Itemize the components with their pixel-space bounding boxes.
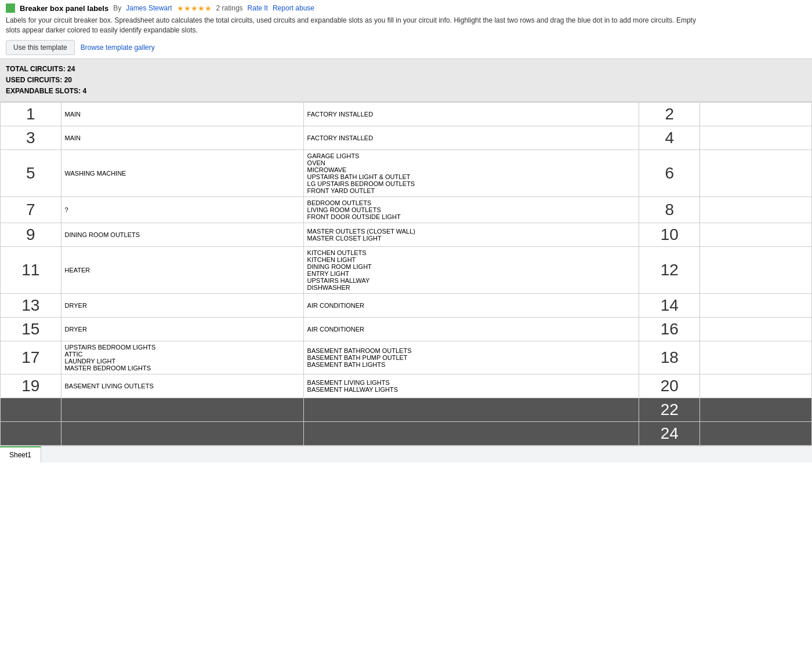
extra-column <box>700 103 812 126</box>
stats-row: TOTAL CIRCUITS: 24 USED CIRCUITS: 20 EXP… <box>0 59 812 103</box>
circuit-description <box>303 422 639 446</box>
extra-column <box>700 247 812 294</box>
extra-column <box>700 398 812 422</box>
star-rating: ★★★★★ <box>177 4 212 13</box>
circuit-label: MAIN <box>61 126 303 150</box>
circuit-description: BASEMENT LIVING LIGHTSBASEMENT HALLWAY L… <box>303 374 639 398</box>
expandable-slots: EXPANDABLE SLOTS: 4 <box>6 86 806 97</box>
table-row: 19BASEMENT LIVING OUTLETSBASEMENT LIVING… <box>1 374 812 398</box>
circuit-description: BASEMENT BATHROOM OUTLETSBASEMENT BATH P… <box>303 341 639 374</box>
circuit-number-left: 11 <box>1 247 61 294</box>
template-title: Breaker box panel labels <box>20 4 108 13</box>
circuit-label: WASHING MACHINE <box>61 150 303 197</box>
extra-column <box>700 374 812 398</box>
extra-column <box>700 126 812 150</box>
circuit-description: AIR CONDITIONER <box>303 318 639 341</box>
table-row: 5WASHING MACHINEGARAGE LIGHTSOVENMICROWA… <box>1 150 812 197</box>
circuit-description: FACTORY INSTALLED <box>303 126 639 150</box>
circuit-number-left: 15 <box>1 318 61 341</box>
circuit-description <box>303 398 639 422</box>
circuit-number-right: 18 <box>639 341 700 374</box>
by-label: By <box>113 4 121 12</box>
table-row: 1MAINFACTORY INSTALLED2 <box>1 103 812 126</box>
circuit-label <box>61 422 303 446</box>
circuit-number-right: 2 <box>639 103 700 126</box>
circuit-number-right: 14 <box>639 294 700 318</box>
circuit-number-left: 17 <box>1 341 61 374</box>
use-template-button[interactable]: Use this template <box>6 40 75 55</box>
circuit-number-right: 8 <box>639 197 700 223</box>
extra-column <box>700 197 812 223</box>
extra-column <box>700 294 812 318</box>
circuit-description: MASTER OUTLETS (CLOSET WALL)MASTER CLOSE… <box>303 223 639 247</box>
actions: Use this template Browse template galler… <box>6 40 806 55</box>
used-circuits: USED CIRCUITS: 20 <box>6 75 806 86</box>
circuit-number-right: 20 <box>639 374 700 398</box>
spreadsheet-container: TOTAL CIRCUITS: 24 USED CIRCUITS: 20 EXP… <box>0 59 812 446</box>
circuit-label <box>61 398 303 422</box>
circuit-label: DINING ROOM OUTLETS <box>61 223 303 247</box>
table-row: 3MAINFACTORY INSTALLED4 <box>1 126 812 150</box>
extra-column <box>700 150 812 197</box>
circuit-description: GARAGE LIGHTSOVENMICROWAVEUPSTAIRS BATH … <box>303 150 639 197</box>
circuit-number-left: 5 <box>1 150 61 197</box>
circuit-number-right: 6 <box>639 150 700 197</box>
circuit-number-right: 10 <box>639 223 700 247</box>
total-circuits: TOTAL CIRCUITS: 24 <box>6 64 806 75</box>
circuit-label: MAIN <box>61 103 303 126</box>
description: Labels for your circuit breaker box. Spr… <box>6 16 702 35</box>
circuit-number-left: 7 <box>1 197 61 223</box>
circuit-table: 1MAINFACTORY INSTALLED23MAINFACTORY INST… <box>0 102 812 446</box>
table-row: 9DINING ROOM OUTLETSMASTER OUTLETS (CLOS… <box>1 223 812 247</box>
circuit-label: ? <box>61 197 303 223</box>
sheet1-tab[interactable]: Sheet1 <box>0 446 41 463</box>
circuit-label: UPSTAIRS BEDROOM LIGHTSATTICLAUNDRY LIGH… <box>61 341 303 374</box>
author-link[interactable]: James Stewart <box>126 4 172 12</box>
circuit-description: KITCHEN OUTLETSKITCHEN LIGHTDINING ROOM … <box>303 247 639 294</box>
circuit-label: DRYER <box>61 294 303 318</box>
table-row: 2324 <box>1 422 812 446</box>
circuit-number-right: 22 <box>639 398 700 422</box>
circuit-description: FACTORY INSTALLED <box>303 103 639 126</box>
sheet-tabs: Sheet1 <box>0 446 812 463</box>
circuit-number-left: 23 <box>1 422 61 446</box>
circuit-number-left: 13 <box>1 294 61 318</box>
table-row: 7?BEDROOM OUTLETSLIVING ROOM OUTLETSFRON… <box>1 197 812 223</box>
circuit-number-right: 4 <box>639 126 700 150</box>
circuit-description: BEDROOM OUTLETSLIVING ROOM OUTLETSFRONT … <box>303 197 639 223</box>
table-body: 1MAINFACTORY INSTALLED23MAINFACTORY INST… <box>1 103 812 446</box>
table-row: 15DRYERAIR CONDITIONER16 <box>1 318 812 341</box>
circuit-number-left: 1 <box>1 103 61 126</box>
report-abuse-link[interactable]: Report abuse <box>273 4 314 12</box>
extra-column <box>700 223 812 247</box>
circuit-number-left: 9 <box>1 223 61 247</box>
header: Breaker box panel labels By James Stewar… <box>0 0 812 59</box>
circuit-number-left: 19 <box>1 374 61 398</box>
table-row: 2122 <box>1 398 812 422</box>
header-top: Breaker box panel labels By James Stewar… <box>6 3 806 13</box>
browse-gallery-link[interactable]: Browse template gallery <box>81 43 155 52</box>
circuit-number-left: 3 <box>1 126 61 150</box>
table-row: 13DRYERAIR CONDITIONER14 <box>1 294 812 318</box>
table-row: 17UPSTAIRS BEDROOM LIGHTSATTICLAUNDRY LI… <box>1 341 812 374</box>
circuit-label: DRYER <box>61 318 303 341</box>
circuit-number-right: 16 <box>639 318 700 341</box>
circuit-number-right: 12 <box>639 247 700 294</box>
circuit-description: AIR CONDITIONER <box>303 294 639 318</box>
table-row: 11HEATERKITCHEN OUTLETSKITCHEN LIGHTDINI… <box>1 247 812 294</box>
extra-column <box>700 341 812 374</box>
circuit-label: BASEMENT LIVING OUTLETS <box>61 374 303 398</box>
ratings-count: 2 ratings <box>216 4 243 12</box>
app-icon <box>6 3 15 13</box>
circuit-number-left: 21 <box>1 398 61 422</box>
circuit-label: HEATER <box>61 247 303 294</box>
rate-it-link[interactable]: Rate It <box>248 4 268 12</box>
extra-column <box>700 318 812 341</box>
circuit-number-right: 24 <box>639 422 700 446</box>
extra-column <box>700 422 812 446</box>
